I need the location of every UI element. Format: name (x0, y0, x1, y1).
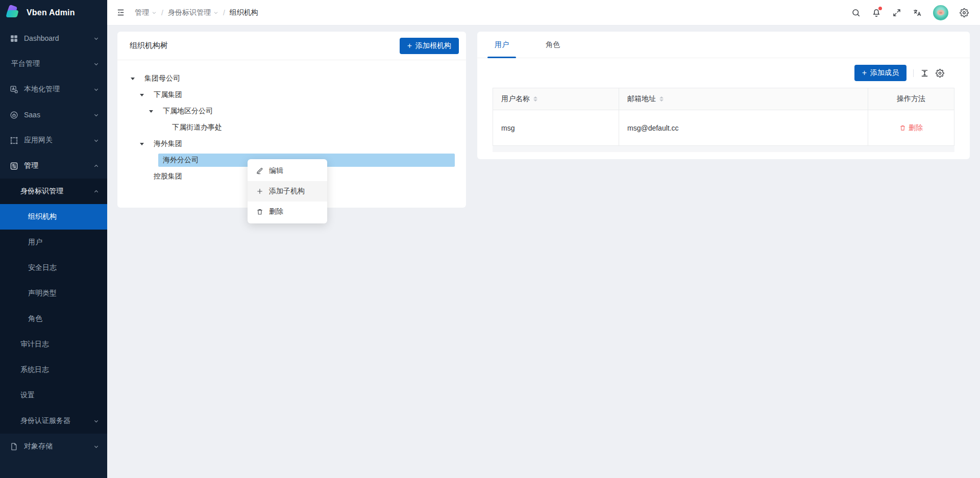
dashboard-icon (10, 34, 18, 43)
breadcrumb-separator: / (161, 9, 163, 17)
top-header: 管理 / 身份标识管理 / 组织机构 (107, 0, 980, 26)
column-header-actions: 操作方法 (868, 88, 954, 110)
sidebar-item-claim-type[interactable]: 声明类型 (0, 281, 107, 306)
chevron-down-icon (152, 10, 157, 15)
manage-submenu: 身份标识管理 组织机构 用户 安全日志 声明类型 角色 (0, 179, 107, 434)
sidebar-item-object-storage[interactable]: 对象存储 (0, 434, 107, 459)
sidebar-item-gateway[interactable]: 应用网关 (0, 128, 107, 153)
vben-logo-icon (7, 6, 22, 20)
tree-context-menu: 编辑 添加子机构 删除 (248, 159, 327, 223)
table-row: msg msg@default.cc 删除 (493, 110, 954, 146)
chevron-up-icon (93, 189, 99, 194)
caret-down-icon[interactable] (140, 94, 149, 96)
edit-icon (256, 167, 263, 174)
sidebar-item-localization[interactable]: 本地化管理 (0, 77, 107, 102)
context-menu-add-child-org[interactable]: 添加子机构 (248, 181, 327, 202)
cell-actions: 删除 (868, 110, 954, 145)
logo[interactable]: Vben Admin (0, 0, 107, 26)
delete-member-button[interactable]: 删除 (899, 123, 923, 133)
sidebar-menu: Dashboard 平台管理 本地化管理 Saas (0, 26, 107, 459)
app-root: Vben Admin Dashboard 平台管理 本地化管理 (0, 0, 980, 478)
caret-down-icon[interactable] (131, 78, 140, 80)
tree-node-overseas-group[interactable]: 海外集团 (131, 136, 456, 152)
plus-icon: + (407, 42, 412, 50)
fullscreen-icon[interactable] (888, 4, 905, 21)
gateway-icon (10, 136, 18, 145)
notification-bell-icon[interactable] (868, 4, 885, 21)
search-icon[interactable] (847, 4, 865, 21)
breadcrumb-item-identity[interactable]: 身份标识管理 (168, 8, 218, 17)
sidebar-item-roles[interactable]: 角色 (0, 306, 107, 332)
tree-node-street-office[interactable]: 下属街道办事处 (131, 119, 456, 136)
table-scrollbar-track (493, 146, 954, 152)
caret-down-icon[interactable] (149, 110, 158, 113)
chevron-down-icon (93, 418, 99, 424)
column-header-email[interactable]: 邮箱地址 (619, 88, 868, 110)
trash-icon (899, 124, 906, 131)
sidebar-collapse-icon[interactable] (112, 5, 129, 21)
sidebar-item-dashboard[interactable]: Dashboard (0, 26, 107, 51)
chevron-down-icon (93, 61, 99, 67)
preferences-gear-icon[interactable] (955, 4, 973, 21)
sidebar-item-organization[interactable]: 组织机构 (0, 204, 107, 230)
tab-users[interactable]: 用户 (487, 32, 516, 58)
cell-username: msg (493, 110, 619, 145)
app-title: Vben Admin (27, 8, 75, 17)
breadcrumb-item-manage[interactable]: 管理 (135, 8, 157, 17)
breadcrumb: 管理 / 身份标识管理 / 组织机构 (135, 8, 258, 17)
sidebar-item-system-log[interactable]: 系统日志 (0, 357, 107, 383)
header-actions (847, 4, 973, 21)
sidebar: Vben Admin Dashboard 平台管理 本地化管理 (0, 0, 107, 478)
org-tree-panel-header: 组织机构树 + 添加根机构 (117, 32, 466, 60)
tab-roles[interactable]: 角色 (538, 32, 567, 58)
chevron-down-icon (93, 36, 99, 41)
breadcrumb-separator: / (223, 9, 225, 17)
context-menu-edit[interactable]: 编辑 (248, 161, 327, 181)
tree-node-sub-group[interactable]: 下属集团 (131, 87, 456, 103)
chevron-down-icon (93, 112, 99, 118)
sort-icon[interactable] (659, 96, 664, 102)
sidebar-item-security-log[interactable]: 安全日志 (0, 255, 107, 281)
row-height-icon[interactable] (920, 69, 929, 78)
breadcrumb-item-organization: 组织机构 (230, 8, 258, 17)
add-root-org-button[interactable]: + 添加根机构 (400, 38, 459, 54)
cell-email: msg@default.cc (619, 110, 868, 145)
table-settings-gear-icon[interactable] (936, 69, 944, 78)
chevron-down-icon (93, 87, 99, 92)
localization-icon (10, 85, 18, 94)
panel-title: 组织机构树 (130, 41, 168, 51)
saas-icon (10, 111, 18, 119)
sort-icon[interactable] (533, 96, 537, 102)
sidebar-item-identity-server[interactable]: 身份认证服务器 (0, 408, 107, 434)
chevron-down-icon (213, 10, 218, 15)
chevron-down-icon (93, 138, 99, 143)
sidebar-item-platform[interactable]: 平台管理 (0, 51, 107, 77)
plus-icon (256, 188, 263, 195)
trash-icon (256, 208, 263, 215)
sidebar-item-users[interactable]: 用户 (0, 230, 107, 255)
translate-icon[interactable] (909, 4, 926, 21)
sidebar-item-identity-management[interactable]: 身份标识管理 (0, 179, 107, 204)
notification-badge (878, 7, 882, 10)
users-table: 用户名称 邮箱地址 操作方法 msg msg@default.cc (493, 88, 954, 146)
toolbar-divider (913, 69, 914, 77)
chevron-down-icon (93, 444, 99, 449)
members-tabs: 用户 角色 (477, 32, 970, 58)
column-header-username[interactable]: 用户名称 (493, 88, 619, 110)
tree-node-group-parent[interactable]: 集团母公司 (131, 70, 456, 87)
manage-icon (10, 162, 18, 170)
chevron-up-icon (93, 163, 99, 169)
members-toolbar: + 添加成员 (477, 58, 970, 88)
sidebar-item-saas[interactable]: Saas (0, 102, 107, 128)
plus-icon: + (862, 69, 867, 77)
members-panel: 用户 角色 + 添加成员 用户名称 (477, 32, 970, 159)
users-table-header: 用户名称 邮箱地址 操作方法 (493, 88, 954, 110)
context-menu-delete[interactable]: 删除 (248, 202, 327, 222)
sidebar-item-manage[interactable]: 管理 (0, 153, 107, 179)
caret-down-icon[interactable] (140, 143, 149, 145)
sidebar-item-audit-log[interactable]: 审计日志 (0, 332, 107, 357)
user-avatar[interactable] (933, 5, 948, 20)
add-member-button[interactable]: + 添加成员 (854, 65, 906, 81)
tree-node-regional-branch[interactable]: 下属地区分公司 (131, 103, 456, 119)
sidebar-item-settings[interactable]: 设置 (0, 383, 107, 408)
